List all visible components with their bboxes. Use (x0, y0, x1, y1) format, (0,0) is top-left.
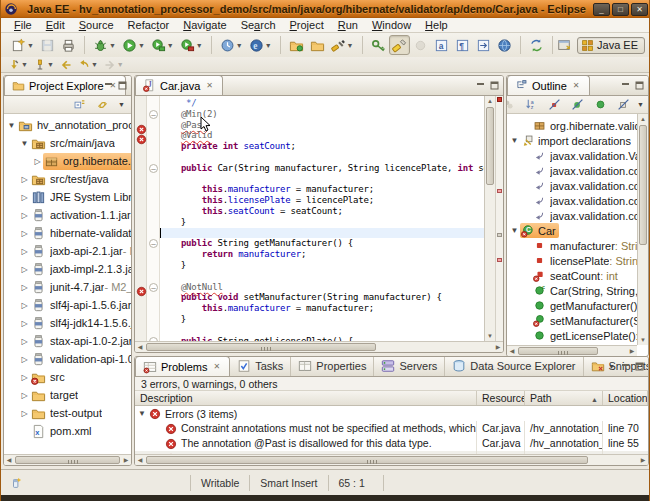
fold-collapse-icon[interactable]: – (149, 164, 158, 173)
tree-item-src[interactable]: ▷src (4, 368, 131, 386)
tree-collapsed-arrow-icon[interactable]: ▷ (19, 319, 30, 328)
column-header-location[interactable]: Location (603, 391, 648, 405)
tree-item-org-hibernate-validator-a[interactable]: org.hibernate.validator.a (507, 118, 637, 133)
tree-collapsed-arrow-icon[interactable]: ▷ (19, 301, 30, 310)
gray-dot-button[interactable] (410, 35, 431, 55)
tree-item-javax-validation-constr[interactable]: javax.validation.constr (507, 193, 637, 208)
tree-item-import-declarations[interactable]: ▼import declarations (507, 133, 637, 148)
code-editor[interactable]: ––––– */ @Min(2) @Past @Valid private in… (135, 96, 503, 341)
tab-outline[interactable]: Outline ✕ (507, 75, 590, 95)
close-window-button[interactable]: ✕ (631, 3, 648, 16)
menu-refactor[interactable]: Refactor (121, 18, 177, 33)
tree-item-slf4j-jdk14-1-5-6-jar[interactable]: ▷slf4j-jdk14-1.5.6.jar - M (4, 314, 131, 332)
tree-item-jre-system-library[interactable]: ▷JRE System Library [ja (4, 188, 131, 206)
tree-item-jaxb-impl-2-1-3-jar[interactable]: ▷jaxb-impl-2.1.3.jar - M (4, 260, 131, 278)
column-header-description[interactable]: Description (135, 391, 477, 405)
editor-overview-ruler[interactable] (495, 96, 503, 341)
tree-collapsed-arrow-icon[interactable]: ▷ (19, 355, 30, 364)
column-header-resource[interactable]: Resource (477, 391, 525, 405)
print-button[interactable] (58, 35, 79, 55)
maximize-view-button[interactable] (634, 80, 645, 91)
problem-row-2[interactable]: The annotation @Past is disallowed for t… (135, 436, 648, 451)
external-tools-button[interactable]: ▼ (177, 35, 206, 55)
column-header-path[interactable]: Path▲ (525, 391, 603, 405)
web-browser-button[interactable]: e▼ (246, 35, 275, 55)
tab-car-java[interactable]: J Car.java ✕ (135, 75, 223, 95)
toggle-a-button[interactable]: a (431, 35, 452, 55)
tree-item-activation-1-1-jar[interactable]: ▷activation-1.1.jar - M2 (4, 206, 131, 224)
editor-fold-gutter[interactable]: ––––– (147, 96, 160, 341)
editor-hscrollbar[interactable]: ◀▶ (135, 341, 503, 352)
tree-collapsed-arrow-icon[interactable]: ▷ (19, 229, 30, 238)
tree-item-javax-validation-constr[interactable]: javax.validation.constr (507, 208, 637, 223)
tree-collapsed-arrow-icon[interactable]: ▷ (32, 157, 43, 166)
tree-collapsed-arrow-icon[interactable]: ▷ (19, 265, 30, 274)
new-wizard-button[interactable]: ▼ (8, 35, 37, 55)
sort-az-button[interactable]: az (522, 97, 541, 113)
search-torch-button[interactable]: ▼ (328, 35, 357, 55)
tree-item-car-string-string-int-[interactable]: cCar(String, String, int) (507, 283, 637, 298)
tree-item-licenseplate[interactable]: licensePlate : String (507, 253, 637, 268)
debug-button[interactable]: ▼ (90, 35, 119, 55)
tree-item-validation-api-1-0-0-ga[interactable]: ▷validation-api-1.0.0.GA (4, 350, 131, 368)
tree-item-car[interactable]: ▼CCar (507, 223, 637, 238)
menu-help[interactable]: Help (418, 18, 455, 33)
close-icon[interactable]: ✕ (571, 80, 582, 91)
tree-expanded-arrow-icon[interactable]: ▼ (19, 139, 30, 148)
error-marker-icon[interactable] (136, 131, 145, 140)
menu-project[interactable]: Project (283, 18, 331, 33)
fold-collapse-icon[interactable]: – (149, 239, 158, 248)
run-as-button[interactable]: ▼ (148, 35, 177, 55)
tab-problems[interactable]: Problems✕ (135, 356, 230, 376)
forward-button[interactable]: ▼ (101, 58, 127, 72)
synchronize-button[interactable] (526, 35, 547, 55)
run-button[interactable]: ▼ (119, 35, 148, 55)
tree-item-src-main-java[interactable]: ▼src/main/java (4, 134, 131, 152)
maximize-window-button[interactable]: □ (612, 3, 629, 16)
maximize-view-button[interactable] (489, 80, 500, 91)
tree-expanded-arrow-icon[interactable]: ▼ (135, 409, 149, 418)
tip-pen-icon[interactable] (9, 475, 24, 490)
back2-button[interactable]: ▼ (75, 58, 101, 72)
menu-source[interactable]: Source (72, 18, 121, 33)
tree-collapsed-arrow-icon[interactable]: ▷ (19, 193, 30, 202)
error-marker-icon[interactable] (136, 283, 145, 292)
menu-search[interactable]: Search (234, 18, 283, 33)
tree-item-pom-xml[interactable]: xpom.xml (4, 422, 131, 440)
problems-hscrollbar[interactable]: ◀▶ (135, 454, 648, 465)
tab-tasks[interactable]: Tasks (230, 356, 291, 376)
menu-window[interactable]: Window (365, 18, 418, 33)
tree-item-src-test-java[interactable]: ▷src/test/java (4, 170, 131, 188)
project-explorer-hscrollbar[interactable]: ◀▶ (4, 454, 131, 465)
tree-item-setmanufacturer-strin[interactable]: setManufacturer(Strin (507, 313, 637, 328)
maximize-view-button[interactable] (117, 80, 128, 91)
open-resource-button[interactable] (307, 35, 328, 55)
tree-expanded-arrow-icon[interactable]: ▼ (509, 136, 520, 145)
focus-button[interactable] (506, 97, 518, 113)
perspective-java-ee-button[interactable]: Java EE (577, 37, 645, 54)
tree-collapsed-arrow-icon[interactable]: ▷ (19, 211, 30, 220)
tree-item-javax-validation-valid[interactable]: javax.validation.Valid (507, 148, 637, 163)
hide-fields-button[interactable] (545, 97, 564, 113)
menu-edit[interactable]: Edit (39, 18, 72, 33)
new-web-service-button[interactable]: ▼ (217, 35, 246, 55)
last-edit-button[interactable]: ▼ (5, 58, 31, 72)
minimize-view-button[interactable] (620, 361, 631, 372)
outline-vscrollbar[interactable]: ▲▼ (637, 114, 648, 345)
error-marker-icon[interactable] (136, 121, 145, 130)
minimize-window-button[interactable]: _ (593, 3, 610, 16)
menu-navigate[interactable]: Navigate (176, 18, 233, 33)
tree-item-stax-api-1-0-2-jar[interactable]: ▷stax-api-1.0-2.jar - M2 (4, 332, 131, 350)
tab-data-source-explorer[interactable]: Data Source Explorer (445, 356, 583, 376)
save-button[interactable] (37, 35, 58, 55)
tree-collapsed-arrow-icon[interactable]: ▷ (19, 175, 30, 184)
maximize-view-button[interactable] (634, 361, 645, 372)
tree-expanded-arrow-icon[interactable]: ▼ (6, 121, 17, 130)
tree-expanded-arrow-icon[interactable]: ▼ (509, 226, 520, 235)
key-button[interactable] (368, 35, 389, 55)
tree-item-target[interactable]: ▷target (4, 386, 131, 404)
toggle-tab-button[interactable] (473, 35, 494, 55)
editor-vscrollbar[interactable]: ▲▼ (484, 96, 495, 341)
tree-item-javax-validation-constr[interactable]: javax.validation.constr (507, 163, 637, 178)
view-menu-icon[interactable]: ▼ (637, 99, 644, 110)
